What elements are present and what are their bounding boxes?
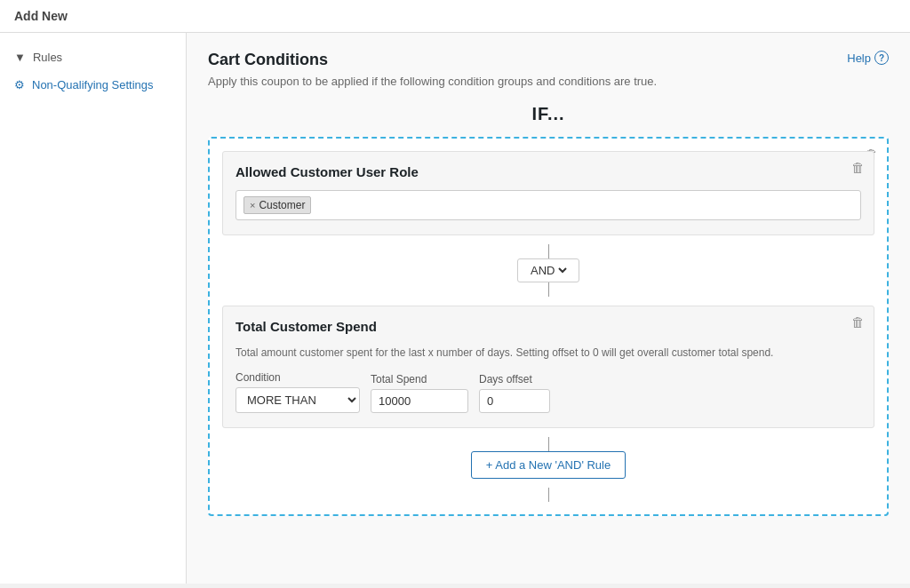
add-rule-label: + Add a New 'AND' Rule [486,458,611,472]
add-rule-connector: + Add a New 'AND' Rule [222,437,874,502]
and-line-top [548,244,549,258]
top-bar: Add New [0,0,910,33]
condition-field-group: Condition MORE THAN LESS THAN EQUAL TO [235,371,360,413]
condition-card-1: Allowed Customer User Role 🗑 × Customer [222,151,874,235]
sidebar-item-label: Rules [33,51,62,64]
main-content: Cart Conditions Help ? Apply this coupon… [187,33,910,584]
customer-tag: × Customer [243,196,311,214]
fields-row: Condition MORE THAN LESS THAN EQUAL TO T… [235,371,861,413]
add-and-rule-button[interactable]: + Add a New 'AND' Rule [471,451,626,479]
main-layout: ▼ Rules ⚙ Non-Qualifying Settings Cart C… [0,33,910,584]
tag-remove-icon[interactable]: × [250,200,255,211]
section-header: Cart Conditions Help ? [208,51,889,69]
page-title: Add New [14,9,68,23]
days-offset-field-group: Days offset [479,373,550,413]
delete-card1-button[interactable]: 🗑 [851,161,865,174]
gear-icon: ⚙ [14,78,25,91]
days-offset-input[interactable] [479,389,550,413]
filter-icon: ▼ [14,51,26,64]
days-offset-label: Days offset [479,373,550,385]
condition-card-2: Total Customer Spend 🗑 Total amount cust… [222,306,874,428]
help-link[interactable]: Help ? [847,51,889,65]
if-label: IF... [208,104,889,124]
card1-title: Allowed Customer User Role [235,164,861,179]
condition-label: Condition [235,371,360,384]
sidebar-item-non-qualifying[interactable]: ⚙ Non-Qualifying Settings [0,71,186,99]
sidebar-item-rules[interactable]: ▼ Rules [0,44,186,71]
condition-select[interactable]: MORE THAN LESS THAN EQUAL TO [235,387,360,413]
delete-card2-button[interactable]: 🗑 [851,315,865,329]
total-spend-field-group: Total Spend [371,373,468,413]
section-description: Apply this coupon to be applied if the f… [208,75,889,88]
and-dropdown[interactable]: AND OR [517,258,579,282]
condition-group: 🗑 Allowed Customer User Role 🗑 × Custome… [208,137,889,516]
help-icon: ? [874,51,889,65]
sidebar: ▼ Rules ⚙ Non-Qualifying Settings [0,33,187,584]
total-spend-label: Total Spend [371,373,468,385]
help-label: Help [847,52,871,65]
card2-title: Total Customer Spend [235,319,861,334]
add-rule-line-top [548,437,549,451]
and-connector: AND OR [222,244,874,297]
tag-label: Customer [259,199,305,211]
and-select[interactable]: AND OR [527,263,570,278]
tag-input-area[interactable]: × Customer [235,190,861,220]
total-spend-input[interactable] [371,389,468,413]
card2-description: Total amount customer spent for the last… [235,345,861,361]
sidebar-item-label: Non-Qualifying Settings [32,78,154,91]
add-rule-line-bottom [548,488,549,502]
and-line-bottom [548,282,549,297]
section-title: Cart Conditions [208,51,328,69]
